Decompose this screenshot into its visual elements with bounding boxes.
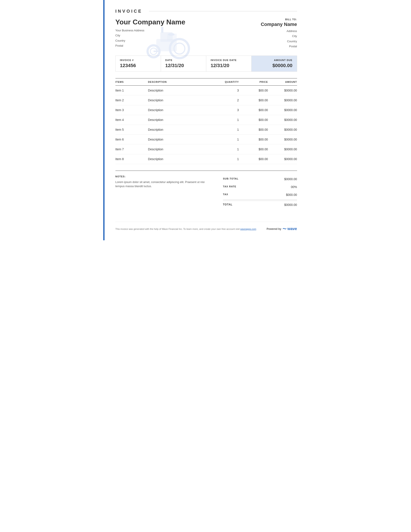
table-row: Item 2 Description 2 $00.00 $0000.00 — [115, 95, 297, 105]
powered-by-text: Powered by — [267, 228, 281, 230]
col-header-description: DESCRIPTION — [148, 78, 217, 86]
subtotal-value: $0000.00 — [284, 177, 297, 181]
date-value: 12/31/20 — [165, 63, 202, 68]
items-table: ITEMS DESCRIPTION QUANTITY PRICE AMOUNT … — [115, 78, 297, 164]
table-row: Item 8 Description 1 $00.00 $0000.00 — [115, 154, 297, 164]
item-qty-3: 1 — [217, 115, 239, 125]
bill-to-postal: Postal — [249, 44, 297, 49]
bill-to-label: BILL TO: — [249, 18, 297, 21]
tax-value: $000.00 — [286, 193, 297, 197]
item-desc-7: Description — [148, 154, 217, 164]
col-header-price: PRICE — [239, 78, 268, 86]
svg-point-9 — [168, 33, 175, 36]
footer-text: This invoice was generated with the help… — [115, 228, 256, 230]
item-qty-0: 3 — [217, 86, 239, 95]
tax-rate-row: TAX RATE 00% — [223, 183, 297, 191]
footer-section: NOTES: Lorem ipsum dolor sit amet, conse… — [115, 171, 297, 209]
item-price-4: $00.00 — [239, 125, 268, 134]
invoice-title: INVOICE — [115, 9, 142, 14]
item-price-3: $00.00 — [239, 115, 268, 125]
item-amount-0: $0000.00 — [268, 86, 297, 95]
table-row: Item 3 Description 3 $00.00 $0000.00 — [115, 105, 297, 115]
tax-row: TAX $000.00 — [223, 191, 297, 199]
invoice-title-row: INVOICE — [115, 9, 297, 14]
notes-label: NOTES: — [115, 175, 210, 178]
item-amount-4: $0000.00 — [268, 125, 297, 134]
totals-section: SUB-TOTAL $0000.00 TAX RATE 00% TAX $000… — [223, 175, 297, 209]
item-qty-4: 1 — [217, 125, 239, 134]
footer-link[interactable]: waveapps.com — [240, 228, 256, 230]
invoice-number-value: 123456 — [120, 63, 156, 68]
totals-divider — [223, 200, 297, 200]
amount-due-label: AMOUNT DUE — [256, 59, 292, 61]
item-name-0: Item 1 — [115, 86, 148, 95]
item-amount-7: $0000.00 — [268, 154, 297, 164]
total-value: $0000.00 — [284, 203, 297, 207]
item-amount-6: $0000.00 — [268, 144, 297, 154]
due-date-value: 12/31/20 — [211, 63, 247, 68]
wave-logo-icon: 〜 — [282, 226, 286, 232]
item-amount-3: $0000.00 — [268, 115, 297, 125]
item-name-7: Item 8 — [115, 154, 148, 164]
item-price-1: $00.00 — [239, 95, 268, 105]
item-desc-6: Description — [148, 144, 217, 154]
item-amount-2: $0000.00 — [268, 105, 297, 115]
table-row: Item 5 Description 1 $00.00 $0000.00 — [115, 125, 297, 134]
company-logo-area: Your Company Name Your Business Address … — [115, 18, 185, 48]
table-row: Item 1 Description 3 $00.00 $0000.00 — [115, 86, 297, 95]
table-row: Item 6 Description 1 $00.00 $0000.00 — [115, 134, 297, 144]
item-qty-5: 1 — [217, 134, 239, 144]
item-price-2: $00.00 — [239, 105, 268, 115]
bill-to-country: Country — [249, 39, 297, 44]
item-name-5: Item 6 — [115, 134, 148, 144]
item-qty-6: 1 — [217, 144, 239, 154]
title-divider — [149, 11, 297, 11]
subtotal-label: SUB-TOTAL — [223, 177, 239, 181]
wave-logo-text: wave — [287, 227, 297, 231]
item-qty-7: 1 — [217, 154, 239, 164]
item-name-1: Item 2 — [115, 95, 148, 105]
item-amount-5: $0000.00 — [268, 134, 297, 144]
tax-rate-label: TAX RATE — [223, 185, 236, 189]
col-header-amount: AMOUNT — [268, 78, 297, 86]
bill-to-city: City — [249, 34, 297, 38]
watermark-icon — [137, 16, 192, 59]
bill-to-company: Company Name — [249, 22, 297, 27]
item-desc-0: Description — [148, 86, 217, 95]
item-name-4: Item 5 — [115, 125, 148, 134]
subtotal-row: SUB-TOTAL $0000.00 — [223, 175, 297, 183]
table-row: Item 7 Description 1 $00.00 $0000.00 — [115, 144, 297, 154]
bill-to-section: BILL TO: Company Name Address City Count… — [249, 18, 297, 49]
notes-text: Lorem ipsum dolor sit amet, consectetur … — [115, 180, 210, 189]
table-row: Item 4 Description 1 $00.00 $0000.00 — [115, 115, 297, 125]
item-desc-2: Description — [148, 105, 217, 115]
tax-rate-value: 00% — [291, 185, 297, 189]
item-desc-5: Description — [148, 134, 217, 144]
wave-logo: 〜 wave — [282, 226, 297, 232]
col-header-quantity: QUANTITY — [217, 78, 239, 86]
item-desc-4: Description — [148, 125, 217, 134]
footer-text-content: This invoice was generated with the help… — [115, 228, 240, 230]
item-price-5: $00.00 — [239, 134, 268, 144]
notes-section: NOTES: Lorem ipsum dolor sit amet, conse… — [115, 175, 223, 189]
amount-due-value: $0000.00 — [256, 63, 292, 68]
item-price-7: $00.00 — [239, 154, 268, 164]
total-label: TOTAL — [223, 203, 233, 207]
col-header-items: ITEMS — [115, 78, 148, 86]
item-qty-2: 3 — [217, 105, 239, 115]
bill-to-details: Address City Country Postal — [249, 28, 297, 49]
header-section: Your Company Name Your Business Address … — [115, 18, 297, 49]
svg-rect-6 — [161, 27, 163, 33]
total-row: TOTAL $0000.00 — [223, 201, 297, 209]
meta-amount-due: AMOUNT DUE $0000.00 — [252, 56, 297, 71]
item-desc-3: Description — [148, 115, 217, 125]
bill-to-address: Address — [249, 28, 297, 34]
invoice-page: INVOICE — [103, 0, 308, 240]
page-footer: This invoice was generated with the help… — [115, 222, 297, 232]
item-name-6: Item 7 — [115, 144, 148, 154]
left-accent-bar — [103, 0, 104, 240]
due-date-label: INVOICE DUE DATE — [211, 59, 247, 61]
item-desc-1: Description — [148, 95, 217, 105]
powered-by: Powered by 〜 wave — [267, 226, 297, 232]
item-price-6: $00.00 — [239, 144, 268, 154]
